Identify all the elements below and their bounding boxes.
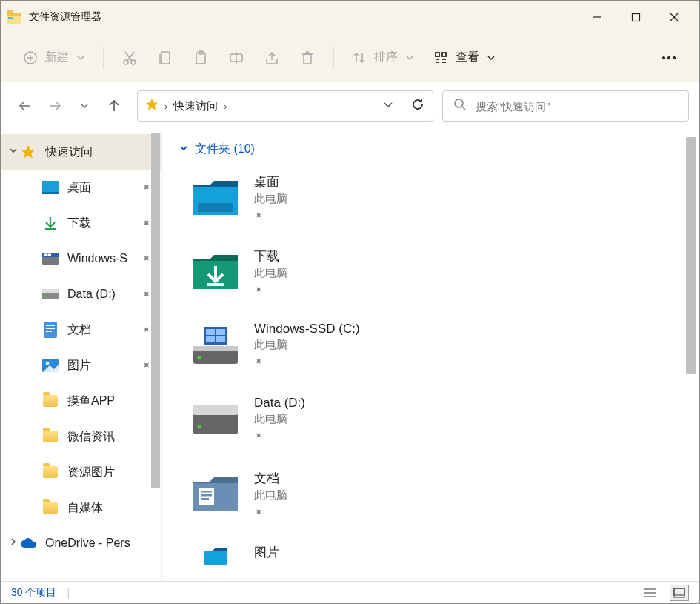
search-input[interactable] — [476, 100, 678, 113]
svg-rect-87 — [674, 588, 684, 595]
breadcrumb-bar[interactable]: › 快速访问 › — [137, 90, 433, 122]
svg-point-76 — [198, 425, 201, 429]
sidebar-item-folder[interactable]: 自媒体 — [1, 490, 161, 525]
svg-rect-86 — [674, 588, 684, 597]
view-button[interactable]: 查看 — [426, 42, 503, 74]
cut-button[interactable] — [114, 42, 145, 74]
file-item[interactable]: 下载 此电脑 ✦ — [179, 242, 683, 316]
pin-icon: ✦ — [252, 428, 267, 444]
close-button[interactable] — [655, 1, 693, 33]
app-icon — [7, 10, 21, 24]
svg-rect-56 — [46, 328, 55, 329]
sidebar-item-label: 摸鱼APP — [67, 394, 151, 409]
minimize-button[interactable] — [578, 1, 616, 33]
content-scrollbar[interactable] — [686, 137, 696, 374]
history-dropdown-icon[interactable] — [382, 99, 394, 113]
sidebar-item-folder[interactable]: 摸鱼APP — [1, 383, 161, 419]
sidebar-item-label: 文档 — [67, 322, 133, 338]
sidebar-item-documents[interactable]: 文档 ✦ — [1, 312, 161, 348]
svg-point-35 — [673, 56, 675, 59]
svg-point-34 — [667, 56, 670, 59]
sidebar-item-folder[interactable]: 资源图片 — [1, 454, 161, 490]
svg-rect-72 — [206, 336, 215, 342]
file-name: 下载 — [254, 248, 287, 265]
forward-button[interactable] — [41, 92, 69, 120]
file-location: 此电脑 — [254, 412, 305, 426]
maximize-button[interactable] — [616, 1, 655, 33]
chevron-down-icon[interactable] — [8, 145, 19, 159]
icons-view-toggle[interactable] — [670, 585, 689, 601]
nav-sidebar: 快速访问 桌面 ✦ 下载 ✦ Windows-S ✦ Data (D:) ✦ 文… — [1, 130, 162, 581]
refresh-button[interactable] — [410, 97, 425, 115]
divider — [103, 47, 104, 69]
drive-d-icon — [193, 397, 238, 442]
drive-icon — [42, 250, 59, 267]
paste-button[interactable] — [185, 42, 216, 74]
file-location: 此电脑 — [254, 338, 360, 352]
file-item[interactable]: 桌面 此电脑 ✦ — [179, 167, 683, 242]
svg-rect-79 — [201, 491, 212, 493]
file-location: 此电脑 — [254, 266, 287, 280]
sidebar-scrollbar[interactable] — [151, 133, 160, 488]
sidebar-item-label: Data (D:) — [67, 288, 133, 301]
sidebar-item-pictures[interactable]: 图片 ✦ — [1, 348, 161, 383]
svg-rect-54 — [44, 322, 57, 338]
file-name: Windows-SSD (C:) — [254, 322, 360, 336]
address-bar-row: › 快速访问 › — [1, 82, 699, 130]
new-button[interactable]: 新建 — [16, 42, 93, 74]
sidebar-item-label: Windows-S — [67, 252, 133, 265]
svg-rect-73 — [216, 336, 225, 342]
sidebar-item-quickaccess[interactable]: 快速访问 — [1, 134, 161, 170]
more-button[interactable] — [653, 42, 684, 74]
recent-dropdown[interactable] — [70, 92, 99, 120]
file-item[interactable]: Windows-SSD (C:) 此电脑 ✦ — [179, 316, 683, 390]
svg-line-41 — [462, 107, 465, 110]
pin-icon: ✦ — [252, 208, 267, 224]
svg-rect-22 — [304, 54, 311, 64]
sidebar-item-label: 资源图片 — [67, 465, 151, 480]
sidebar-item-drive-d[interactable]: Data (D:) ✦ — [1, 276, 161, 312]
file-item[interactable]: Data (D:) 此电脑 ✦ — [179, 390, 683, 464]
folder-icon — [42, 500, 59, 516]
svg-rect-44 — [42, 192, 59, 194]
svg-rect-2 — [7, 16, 21, 24]
sidebar-item-onedrive[interactable]: OneDrive - Pers — [1, 525, 161, 561]
file-name: Data (D:) — [254, 396, 305, 411]
back-button[interactable] — [11, 92, 39, 120]
breadcrumb-label[interactable]: 快速访问 — [173, 99, 218, 113]
drive-c-icon — [193, 323, 238, 368]
sidebar-item-desktop[interactable]: 桌面 ✦ — [1, 170, 161, 205]
chevron-down-icon — [179, 143, 189, 156]
rename-button[interactable] — [221, 42, 252, 74]
file-item[interactable]: 图片 — [179, 538, 683, 568]
svg-rect-55 — [46, 325, 55, 326]
sidebar-item-label: 桌面 — [67, 180, 133, 196]
copy-button[interactable] — [150, 42, 181, 74]
delete-button[interactable] — [292, 42, 323, 74]
sidebar-item-drive-c[interactable]: Windows-S ✦ — [1, 241, 161, 276]
svg-rect-5 — [632, 13, 639, 21]
svg-rect-43 — [42, 181, 59, 192]
divider — [333, 47, 334, 69]
svg-rect-3 — [8, 17, 13, 19]
details-view-toggle[interactable] — [640, 585, 659, 601]
sidebar-item-folder[interactable]: 微信资讯 — [1, 419, 161, 454]
chevron-right-icon[interactable] — [8, 537, 19, 550]
svg-rect-57 — [46, 331, 52, 332]
documents-folder-icon — [193, 471, 238, 516]
sort-button[interactable]: 排序 — [344, 42, 421, 74]
up-button[interactable] — [100, 92, 128, 120]
status-bar: 30 个项目 | — [1, 581, 699, 603]
search-box[interactable] — [442, 90, 689, 122]
file-location: 此电脑 — [254, 488, 287, 502]
svg-rect-47 — [42, 257, 59, 265]
svg-rect-15 — [161, 52, 170, 64]
sidebar-item-label: 图片 — [67, 358, 133, 374]
cloud-icon — [20, 535, 36, 551]
file-item[interactable]: 文档 此电脑 ✦ — [179, 464, 683, 538]
share-button[interactable] — [256, 42, 287, 74]
sidebar-item-downloads[interactable]: 下载 ✦ — [1, 205, 161, 241]
picture-icon — [42, 357, 59, 374]
section-header[interactable]: 文件夹 (10) — [179, 142, 683, 157]
sidebar-item-label: OneDrive - Pers — [45, 537, 151, 550]
